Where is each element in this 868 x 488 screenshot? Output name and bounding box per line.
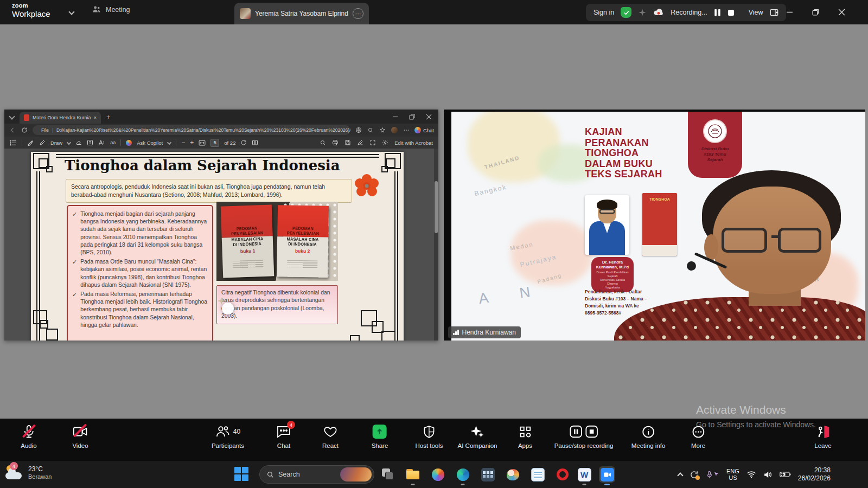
search-document-icon[interactable] [320, 139, 326, 146]
save-icon[interactable] [344, 139, 351, 146]
font-size-icon[interactable]: aa [110, 140, 116, 145]
sign-in-button[interactable]: Sign in [593, 9, 614, 16]
page-view-icon[interactable] [252, 139, 258, 146]
tab-more-icon[interactable]: ··· [353, 8, 363, 19]
stop-record-icon[interactable] [585, 425, 599, 439]
browser-restore-icon[interactable] [409, 114, 415, 120]
security-shield-icon[interactable] [621, 7, 631, 18]
translate-icon[interactable] [355, 126, 362, 134]
draw-chevron-icon[interactable] [67, 140, 71, 145]
wifi-icon[interactable] [746, 471, 756, 478]
refresh-icon[interactable] [21, 126, 28, 134]
calculator-button[interactable] [480, 466, 496, 483]
print-icon[interactable] [332, 139, 339, 146]
read-aloud-icon[interactable] [98, 139, 105, 146]
start-button[interactable] [234, 467, 250, 482]
browser-more-icon[interactable] [403, 126, 410, 134]
bullet-text: Pada masa Orde Baru muncul “Masalah Cina… [80, 258, 207, 289]
participants-button[interactable]: 40 Participants [212, 424, 244, 449]
browser-close-icon[interactable] [426, 114, 432, 120]
highlighter-icon[interactable] [27, 139, 34, 146]
edge-button[interactable] [455, 466, 471, 483]
minimize-window-button[interactable] [777, 0, 802, 24]
ask-copilot-label[interactable]: Ask Copilot [137, 140, 163, 146]
pdf-scrollbar[interactable] [434, 149, 438, 341]
volume-icon[interactable] [763, 471, 773, 479]
zoom-app-button[interactable] [599, 466, 615, 483]
fullscreen-icon[interactable] [369, 139, 376, 146]
zoom-in-icon[interactable]: + [190, 139, 194, 146]
fit-width-icon[interactable] [199, 140, 206, 146]
voice-access-icon[interactable] [706, 471, 719, 479]
eraser-icon[interactable] [75, 139, 82, 146]
zoom-page-icon[interactable] [367, 126, 374, 134]
video-button[interactable]: Video [72, 424, 88, 449]
copilot-chevron-icon[interactable] [167, 140, 171, 145]
edit-with-acrobat-button[interactable]: Edit with Acrobat [394, 140, 433, 146]
weather-widget[interactable]: 4 23°C Berawan [5, 464, 52, 480]
leave-button[interactable]: Leave [814, 424, 831, 449]
audio-button[interactable]: Audio [21, 424, 36, 449]
profile-avatar[interactable] [391, 126, 398, 134]
new-tab-button[interactable]: + [106, 113, 111, 121]
back-icon[interactable] [9, 126, 16, 134]
pause-recording-icon[interactable] [714, 9, 721, 16]
rotate-icon[interactable] [240, 139, 247, 146]
address-bar[interactable]: File | D:/Kajian-Kajian%20Riset%20&%20Pe… [33, 125, 350, 135]
opera-button[interactable] [554, 466, 571, 483]
file-explorer-button[interactable] [405, 466, 421, 483]
badge-line: #103 Temu [701, 152, 729, 157]
zoom-out-icon[interactable]: − [181, 139, 185, 146]
ai-companion-button[interactable]: AI Companion [458, 424, 497, 449]
text-note-icon[interactable] [87, 139, 93, 146]
page-number-input[interactable]: 5 [210, 139, 219, 147]
pdf-viewport: Tionghoa dalam Sejarah Indonesia Secara … [4, 149, 434, 341]
chat-button[interactable]: 4 Chat [277, 424, 291, 449]
pdf-scrollbar-thumb[interactable] [435, 181, 438, 233]
flower-decoration-icon [354, 174, 379, 200]
running-indicator [411, 484, 415, 485]
tray-overflow-chevron-icon[interactable] [677, 472, 683, 478]
people-icon [92, 5, 101, 14]
toc-icon[interactable] [10, 140, 17, 146]
stop-recording-icon[interactable] [727, 9, 735, 16]
browser-minimize-icon[interactable] [392, 114, 398, 120]
edge-chat-button[interactable]: Chat [414, 127, 434, 133]
copilot-button[interactable] [430, 466, 446, 483]
pause-record-icon[interactable] [569, 425, 583, 439]
record-control-button[interactable]: Pause/stop recording [554, 424, 614, 449]
share-button[interactable]: Share [372, 424, 388, 449]
react-button[interactable]: React [322, 424, 339, 449]
task-view-button[interactable] [380, 466, 396, 483]
taskbar-search[interactable]: Search [259, 465, 374, 484]
save-as-icon[interactable] [357, 139, 363, 146]
tab-active-meeting[interactable]: Yeremia Satria Yasobam Elprinda' ··· [234, 3, 369, 24]
notepad-button[interactable] [529, 466, 546, 483]
battery-icon[interactable] [780, 471, 791, 478]
chat-badge: 4 [287, 421, 295, 429]
workspace-dropdown-chevron-icon[interactable] [68, 9, 74, 15]
ai-sparkle-icon[interactable] [638, 8, 647, 17]
tab-close-icon[interactable]: × [94, 115, 97, 120]
restore-window-button[interactable] [803, 0, 828, 24]
view-button[interactable]: View [749, 9, 763, 16]
favorite-star-icon[interactable] [379, 126, 386, 134]
poster-title-line: TIONGHOA [585, 148, 662, 159]
tab-meeting[interactable]: Meeting [92, 5, 130, 14]
more-button[interactable]: More [691, 424, 705, 449]
browser-tab[interactable]: Materi Oom Hendra Kurniawan_2... × [20, 112, 101, 124]
meeting-info-button[interactable]: Meeting info [631, 424, 666, 449]
language-switcher[interactable]: ENG US [726, 468, 739, 481]
close-window-button[interactable] [829, 0, 854, 24]
host-tools-button[interactable]: Host tools [415, 424, 443, 449]
clock[interactable]: 20:38 26/02/2026 [798, 466, 831, 483]
word-button[interactable]: W [576, 466, 592, 483]
draw-pen-icon[interactable] [39, 139, 46, 146]
sync-update-icon[interactable] [690, 470, 699, 479]
apps-button[interactable]: Apps [518, 424, 532, 449]
settings-gear-icon[interactable] [382, 139, 388, 146]
browser-window: Materi Oom Hendra Kurniawan_2... × + Fil… [4, 110, 438, 341]
paint-button[interactable] [505, 466, 521, 483]
tab-list-chevron-icon[interactable] [9, 113, 15, 119]
draw-label[interactable]: Draw [50, 140, 62, 146]
